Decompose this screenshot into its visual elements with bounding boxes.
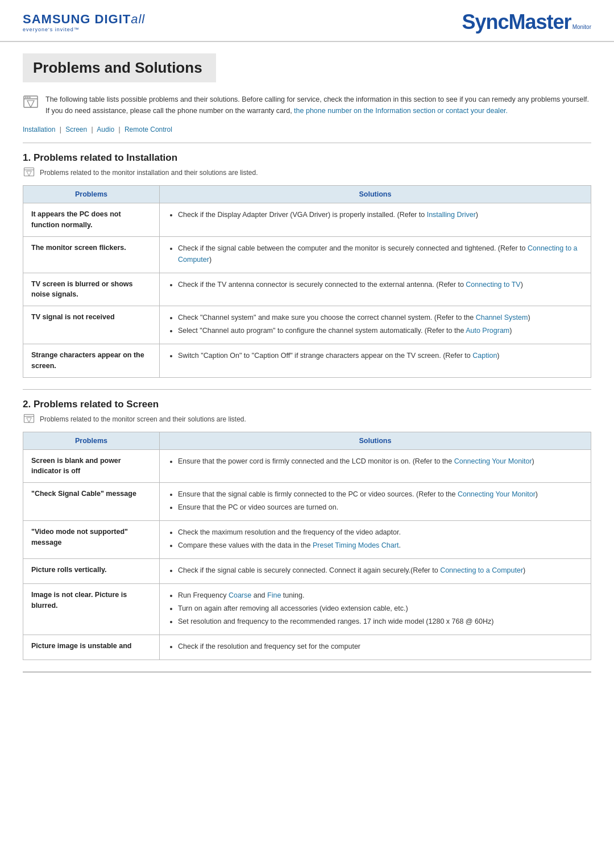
info-section-link[interactable]: the phone number on the Information sect… bbox=[294, 107, 443, 115]
table-row: Picture rolls vertically. Check if the s… bbox=[23, 558, 591, 583]
section-divider-2 bbox=[23, 389, 591, 390]
table-row: Screen is blank and powerindicator is of… bbox=[23, 449, 591, 483]
connecting-computer-link[interactable]: Connecting to a Computer bbox=[178, 244, 578, 264]
table-row: Picture image is unstable and Check if t… bbox=[23, 635, 591, 660]
nav-audio[interactable]: Audio bbox=[97, 126, 114, 133]
section2-table: Problems Solutions Screen is blank and p… bbox=[23, 432, 591, 661]
nav-remote[interactable]: Remote Control bbox=[125, 126, 172, 133]
svg-marker-8 bbox=[27, 171, 32, 176]
section-divider-1 bbox=[23, 143, 591, 143]
section2-subtitle: Problems related to the monitor screen a… bbox=[23, 414, 591, 425]
problem-cell: Picture rolls vertically. bbox=[23, 559, 160, 583]
section1-icon bbox=[23, 167, 35, 178]
problem-cell: "Video mode not supported"message bbox=[23, 521, 160, 558]
main-content: Problems and Solutions The following tab… bbox=[0, 42, 614, 684]
table-row: Strange characters appear on thescreen. … bbox=[23, 344, 591, 377]
problem-cell: TV signal is not received bbox=[23, 306, 160, 344]
problem-cell: Image is not clear. Picture isblurred. bbox=[23, 584, 160, 635]
table-row: TV screen is blurred or showsnoise signa… bbox=[23, 273, 591, 306]
samsung-brand-text: SAMSUNG DIGITall bbox=[23, 12, 145, 27]
auto-program-link[interactable]: Auto Program bbox=[466, 327, 509, 335]
intro-text: The following table lists possible probl… bbox=[45, 94, 591, 116]
solution-cell: Check if the signal cable between the co… bbox=[160, 237, 591, 273]
nav-screen[interactable]: Screen bbox=[65, 126, 87, 133]
section2-icon bbox=[23, 414, 35, 425]
solution-cell: Run Frequency Coarse and Fine tuning. Tu… bbox=[160, 584, 591, 635]
problem-cell: "Check Signal Cable" message bbox=[23, 483, 160, 520]
col-solutions: Solutions bbox=[160, 186, 591, 203]
solution-cell: Check if the Display Adapter Driver (VGA… bbox=[160, 203, 591, 236]
section1-title: 1. Problems related to Installation bbox=[23, 152, 591, 164]
table-row: The monitor screen flickers. Check if th… bbox=[23, 236, 591, 273]
svg-rect-6 bbox=[24, 168, 34, 176]
col-solutions: Solutions bbox=[160, 432, 591, 449]
syncmaster-sub: Monitor bbox=[572, 24, 591, 31]
intro-block: The following table lists possible probl… bbox=[23, 94, 591, 116]
table-row: "Check Signal Cable" message Ensure that… bbox=[23, 482, 591, 520]
channel-system-link[interactable]: Channel System bbox=[476, 314, 528, 322]
section1-subtitle: Problems related to the monitor installa… bbox=[23, 167, 591, 178]
section2-title: 2. Problems related to Screen bbox=[23, 399, 591, 410]
table-row: It appears the PC does notfunction norma… bbox=[23, 203, 591, 236]
syncmaster-logo: SyncMaster Monitor bbox=[462, 10, 591, 34]
section-screen: 2. Problems related to Screen Problems r… bbox=[23, 399, 591, 661]
solution-cell: Ensure that the power cord is firmly con… bbox=[160, 450, 591, 483]
page-title: Problems and Solutions bbox=[33, 59, 206, 77]
contact-dealer-link[interactable]: contact your dealer. bbox=[446, 107, 508, 115]
problem-cell: It appears the PC does notfunction norma… bbox=[23, 203, 160, 236]
samsung-logo: SAMSUNG DIGITall everyone's invited™ bbox=[23, 12, 145, 32]
solution-cell: Ensure that the signal cable is firmly c… bbox=[160, 483, 591, 520]
table-header-row: Problems Solutions bbox=[23, 432, 591, 449]
solution-cell: Check the maximum resolution and the fre… bbox=[160, 521, 591, 558]
section1-table: Problems Solutions It appears the PC doe… bbox=[23, 185, 591, 378]
svg-rect-9 bbox=[24, 414, 34, 422]
solution-cell: Check if the TV antenna connector is sec… bbox=[160, 273, 591, 306]
table-row: Image is not clear. Picture isblurred. R… bbox=[23, 583, 591, 635]
nav-installation[interactable]: Installation bbox=[23, 126, 55, 133]
col-problems: Problems bbox=[23, 186, 160, 203]
nav-links: Installation | Screen | Audio | Remote C… bbox=[23, 126, 591, 133]
svg-point-3 bbox=[27, 97, 28, 98]
page-header: SAMSUNG DIGITall everyone's invited™ Syn… bbox=[0, 0, 614, 42]
problem-cell: The monitor screen flickers. bbox=[23, 237, 160, 273]
connecting-monitor-link2[interactable]: Connecting Your Monitor bbox=[458, 490, 536, 498]
caption-link[interactable]: Caption bbox=[472, 352, 497, 360]
connecting-computer-link2[interactable]: Connecting to a Computer bbox=[440, 566, 523, 574]
col-problems: Problems bbox=[23, 432, 160, 449]
solution-cell: Check "Channel system" and make sure you… bbox=[160, 306, 591, 344]
table-header-row: Problems Solutions bbox=[23, 186, 591, 203]
svg-marker-11 bbox=[27, 418, 32, 423]
samsung-tagline: everyone's invited™ bbox=[23, 27, 80, 32]
solution-cell: Switch "Caption On" to "Caption Off" if … bbox=[160, 344, 591, 377]
fine-link[interactable]: Fine bbox=[267, 591, 281, 599]
coarse-link[interactable]: Coarse bbox=[229, 591, 251, 599]
problem-cell: TV screen is blurred or showsnoise signa… bbox=[23, 273, 160, 306]
svg-marker-5 bbox=[27, 101, 34, 107]
problem-cell: Picture image is unstable and bbox=[23, 635, 160, 660]
syncmaster-text: SyncMaster bbox=[462, 10, 571, 34]
connecting-tv-link[interactable]: Connecting to TV bbox=[466, 281, 520, 289]
table-row: "Video mode not supported"message Check … bbox=[23, 520, 591, 558]
installing-driver-link[interactable]: Installing Driver bbox=[427, 211, 476, 219]
solution-cell: Check if the resolution and frequency se… bbox=[160, 635, 591, 660]
preset-timing-link[interactable]: Preset Timing Modes Chart bbox=[313, 541, 399, 549]
connecting-monitor-link1[interactable]: Connecting Your Monitor bbox=[454, 457, 532, 465]
svg-point-2 bbox=[25, 97, 26, 98]
info-icon bbox=[23, 95, 39, 111]
page-title-section: Problems and Solutions bbox=[23, 53, 216, 82]
problem-cell: Strange characters appear on thescreen. bbox=[23, 344, 160, 377]
section-installation: 1. Problems related to Installation Prob… bbox=[23, 152, 591, 378]
svg-point-4 bbox=[29, 97, 30, 98]
solution-cell: Check if the signal cable is securely co… bbox=[160, 559, 591, 583]
table-row: TV signal is not received Check "Channel… bbox=[23, 306, 591, 344]
problem-cell: Screen is blank and powerindicator is of… bbox=[23, 450, 160, 483]
bottom-divider bbox=[23, 671, 591, 673]
